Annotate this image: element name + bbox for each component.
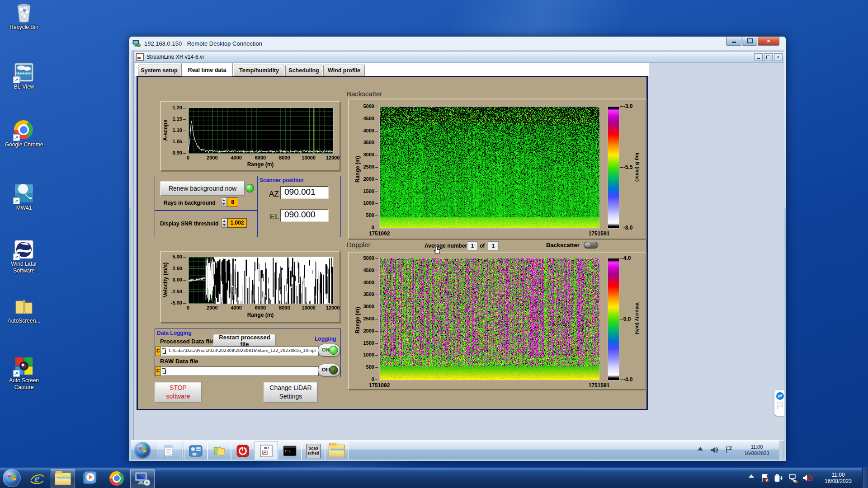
desktop-icon-label: Recycle Bin — [5, 24, 43, 31]
host-tray-chevron-icon[interactable] — [749, 474, 754, 478]
mw41-icon: ↗ — [14, 183, 34, 203]
host-tray-network-icon[interactable]: ! — [788, 474, 798, 484]
vi-minimize-button[interactable] — [754, 53, 763, 61]
rays-value-field[interactable]: 8 — [227, 197, 238, 207]
close-button[interactable]: × — [758, 37, 779, 46]
host-taskbar: e ! 11 — [0, 468, 868, 488]
tick-label: 10000 — [299, 305, 319, 310]
restart-processed-file-button[interactable]: Restart processed file — [213, 334, 276, 347]
scan-sched-icon: Scansched — [306, 444, 321, 458]
doppler-x-end: 1751591 — [581, 382, 617, 389]
host-tray-power-icon[interactable] — [774, 474, 784, 484]
tick-label: 2000 — [363, 176, 378, 182]
snr-spinner[interactable] — [222, 218, 227, 228]
remote-taskbar-sticky-notes[interactable] — [208, 441, 231, 460]
doppler-colorbar — [608, 258, 619, 380]
tab-wind-profile[interactable]: Wind profile — [323, 65, 365, 76]
desktop-icon-google-chrome[interactable]: ↗ Google Chrome — [5, 120, 43, 148]
host-tray-action-center-icon[interactable] — [760, 474, 769, 484]
notepad-icon — [163, 444, 175, 458]
tab-scheduling[interactable]: Scheduling — [285, 65, 322, 76]
tab-temp-humidity[interactable]: Temp/humidity — [234, 65, 284, 76]
renew-background-button[interactable]: Renew background now — [160, 181, 245, 196]
tick-label: -2.50 — [171, 289, 186, 295]
remote-tray-volume-icon[interactable] — [709, 446, 718, 456]
tick-label: 0.0 — [620, 316, 632, 322]
raw-path-field[interactable] — [167, 366, 319, 376]
vi-restore-button[interactable] — [764, 53, 773, 61]
folder-icon — [329, 445, 345, 457]
desktop-icon-recycle-bin[interactable]: Recycle Bin — [5, 3, 43, 31]
tick-label: 4000 — [363, 280, 378, 286]
stop-software-button[interactable]: STOP software — [155, 382, 202, 403]
processed-browse-icon[interactable] — [160, 347, 167, 356]
desktop-icon-autoscreen-zip[interactable]: AutoScreen... — [5, 296, 43, 324]
host-taskbar-media-player[interactable] — [78, 469, 101, 488]
maximize-button[interactable] — [742, 37, 757, 46]
remote-tray-action-center-icon[interactable] — [725, 446, 734, 456]
desktop-icon-wind-lidar[interactable]: ↗ Wind Lidar Software — [5, 239, 43, 274]
change-lidar-settings-button[interactable]: Change LiDAR Settings — [264, 382, 318, 403]
processed-logging-toggle[interactable]: ON — [318, 344, 340, 357]
desktop-icon-auto-screen-capture[interactable]: ↗ Auto Screen Capture — [5, 356, 43, 391]
remote-taskbar-notepad[interactable] — [157, 441, 180, 460]
az-label: AZ — [269, 190, 279, 199]
tick-label: 2000 — [202, 305, 222, 310]
rays-spinner[interactable] — [221, 197, 227, 207]
remote-start-button[interactable] — [134, 442, 151, 458]
remote-show-desktop[interactable] — [779, 441, 784, 460]
backscatter-toggle[interactable] — [584, 242, 598, 249]
on-lamp-icon — [329, 346, 338, 355]
az-value-field[interactable]: 090.001 — [280, 186, 329, 199]
tick-label: 12000 — [323, 155, 343, 160]
remote-assist-side-tab[interactable]: ⇄ — [774, 390, 784, 416]
vi-close-button[interactable]: × — [774, 53, 783, 61]
remote-clock[interactable]: 11:00 16/08/2023 — [737, 444, 776, 456]
shortcut-arrow-icon: ↗ — [13, 76, 20, 83]
tick-label: 2500 — [363, 316, 378, 322]
vi-titlebar[interactable]: StreamLine XR v14-6.vi × — [134, 52, 784, 63]
remote-taskbar-control-utility[interactable] — [184, 441, 208, 460]
rdp-titlebar[interactable]: 192.168.0.150 - Remote Desktop Connectio… — [129, 37, 786, 50]
sticky-notes-icon — [213, 445, 226, 457]
raw-browse-icon[interactable] — [160, 366, 167, 376]
remote-tray-chevron-icon[interactable] — [698, 447, 703, 450]
ascope-y-ticks: 1.201.151.101.050.99 — [171, 105, 186, 156]
snr-value-field[interactable]: 1.002 — [227, 218, 247, 228]
host-taskbar-explorer[interactable] — [51, 469, 75, 488]
tick-label: 1500 — [363, 340, 378, 346]
host-clock[interactable]: 11:00 16/08/2023 — [816, 472, 860, 484]
doppler-colorbar-ticks: 4.00.0-4.0 — [620, 255, 632, 383]
vi-window-title: StreamLine XR v14-6.vi — [146, 54, 204, 60]
host-tray-volume-muted-icon[interactable] — [802, 474, 813, 484]
desktop-icon-label: MW41 — [5, 205, 43, 211]
tick-label: 3500 — [363, 291, 378, 297]
remote-taskbar-cmd[interactable]: C:\_ — [278, 441, 302, 460]
remote-taskbar-stop-app[interactable] — [231, 441, 255, 460]
host-taskbar-internet-explorer[interactable]: e — [25, 469, 49, 488]
rdp-monitor-icon — [134, 471, 151, 487]
desktop-icon-mw41[interactable]: ↗ MW41 — [5, 183, 43, 211]
average-number-field[interactable]: 1 — [467, 241, 478, 250]
raw-logging-toggle[interactable]: OFF — [318, 364, 340, 376]
tab-system-setup[interactable]: System setup — [138, 65, 180, 76]
el-value-field[interactable]: 090.000 — [280, 209, 329, 222]
tab-real-time-data[interactable]: Real time data — [181, 63, 233, 76]
show-desktop-button[interactable] — [862, 468, 868, 488]
host-taskbar-chrome[interactable] — [105, 469, 128, 488]
tick-label: -3.0 — [620, 103, 632, 109]
desktop-icon-bl-view[interactable]: ↗ BL-View — [5, 62, 43, 90]
average-total-field[interactable]: 1 — [488, 241, 499, 250]
host-start-button[interactable] — [3, 469, 21, 487]
host-taskbar-rdp[interactable] — [130, 469, 155, 488]
velocity-y-axis-label: Velocity (m/s) — [162, 257, 169, 302]
folder-icon — [55, 473, 71, 485]
remote-taskbar-explorer[interactable] — [325, 441, 349, 460]
remote-taskbar-scan-sched[interactable]: Scansched — [302, 441, 325, 460]
shortcut-arrow-icon: ↗ — [13, 197, 20, 204]
minimize-button[interactable] — [726, 37, 741, 46]
processed-path-field[interactable]: C:\Lidar\Data\Proc\2023\202308\20230816\… — [167, 347, 319, 356]
remote-taskbar-streamline-xr[interactable]: XR — [255, 441, 278, 460]
backscatter-x-end: 1751591 — [581, 230, 617, 237]
data-logging-title: Data Logging — [157, 330, 192, 336]
